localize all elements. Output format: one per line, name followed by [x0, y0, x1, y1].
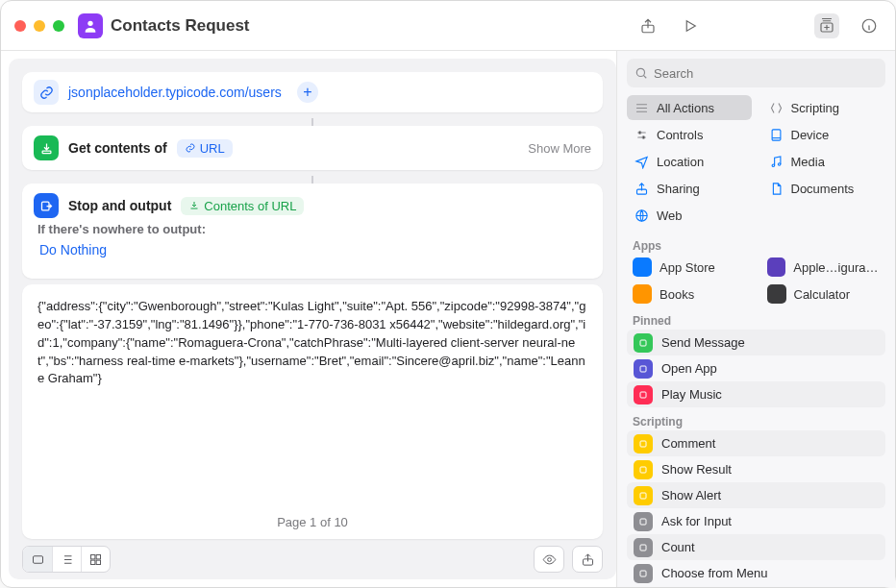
share-output-button[interactable] — [573, 547, 602, 572]
svg-rect-21 — [640, 340, 646, 346]
share-button[interactable] — [635, 13, 660, 38]
svg-rect-16 — [772, 129, 781, 139]
do-nothing-option[interactable]: Do Nothing — [34, 238, 591, 267]
output-panel: {"address":{"city":"Gwenborough","street… — [22, 284, 603, 539]
contents-variable-pill[interactable]: Contents of URL — [181, 197, 304, 215]
shortcut-app-icon — [78, 13, 103, 38]
app-books[interactable]: Books — [627, 282, 752, 306]
action-icon — [634, 512, 653, 531]
actions-library-sidebar: All ActionsScriptingControlsDeviceLocati… — [616, 51, 895, 587]
scripting-item-show-alert[interactable]: Show Alert — [627, 482, 885, 508]
category-all-actions[interactable]: All Actions — [627, 95, 752, 120]
pinned-item-send-message[interactable]: Send Message — [627, 330, 885, 355]
category-icon — [635, 182, 649, 196]
window-controls — [14, 20, 64, 32]
stop-output-title: Stop and output — [68, 198, 171, 213]
category-icon — [769, 182, 784, 196]
svg-point-17 — [772, 164, 775, 167]
run-button[interactable] — [678, 13, 703, 38]
app-app-store[interactable]: App Store — [627, 255, 752, 280]
minimize-window-button[interactable] — [34, 20, 45, 32]
action-icon — [634, 333, 653, 353]
svg-rect-8 — [96, 554, 100, 558]
svg-rect-29 — [640, 571, 646, 576]
svg-point-13 — [636, 68, 644, 76]
app-icon — [633, 284, 652, 304]
library-toggle-button[interactable] — [814, 13, 839, 38]
workflow-editor: jsonplaceholder.typicode.com/users + Get… — [9, 59, 616, 579]
download-icon — [34, 135, 59, 160]
scripting-item-count[interactable]: Count — [627, 534, 885, 560]
action-icon — [634, 538, 653, 557]
category-device[interactable]: Device — [761, 122, 886, 147]
svg-point-15 — [642, 135, 645, 138]
search-input[interactable] — [654, 66, 878, 81]
action-icon — [634, 434, 653, 453]
quicklook-button[interactable] — [535, 547, 563, 572]
search-field[interactable] — [627, 59, 885, 87]
category-location[interactable]: Location — [627, 149, 752, 174]
scripting-item-choose-from-menu[interactable]: Choose from Menu — [627, 560, 885, 586]
url-variable-pill[interactable]: URL — [177, 139, 233, 158]
svg-rect-9 — [91, 560, 95, 564]
apps-section-label: Apps — [617, 232, 895, 255]
nowhere-to-output-label: If there's nowhere to output: — [34, 218, 591, 238]
window-title: Contacts Request — [111, 16, 250, 36]
scripting-item-show-result[interactable]: Show Result — [627, 456, 885, 482]
svg-point-18 — [778, 162, 781, 165]
category-sharing[interactable]: Sharing — [627, 176, 752, 201]
app-apple-igurator[interactable]: Apple…igurator — [761, 255, 886, 280]
action-icon — [634, 460, 653, 479]
scripting-section-label: Scripting — [617, 407, 895, 430]
category-icon — [635, 155, 649, 169]
info-button[interactable] — [857, 13, 882, 38]
output-pager: Page 1 of 10 — [37, 509, 587, 535]
app-icon — [767, 284, 786, 304]
svg-rect-10 — [96, 560, 100, 564]
show-more-button[interactable]: Show More — [528, 141, 591, 156]
app-calculator[interactable]: Calculator — [761, 282, 886, 306]
svg-rect-4 — [42, 151, 51, 154]
category-documents[interactable]: Documents — [761, 176, 886, 201]
action-icon — [634, 564, 653, 583]
close-window-button[interactable] — [14, 20, 26, 32]
pinned-list: Send MessageOpen AppPlay Music — [617, 330, 895, 407]
pinned-item-open-app[interactable]: Open App — [627, 355, 885, 381]
svg-rect-24 — [640, 441, 646, 447]
svg-point-14 — [638, 131, 641, 134]
output-icon — [34, 193, 59, 218]
link-icon — [34, 80, 59, 105]
url-value[interactable]: jsonplaceholder.typicode.com/users — [68, 85, 282, 100]
category-media[interactable]: Media — [761, 149, 886, 174]
view-grid-button[interactable] — [81, 547, 110, 572]
get-contents-action-card[interactable]: Get contents of URL Show More — [22, 126, 603, 170]
app-icon — [633, 257, 652, 277]
svg-rect-22 — [640, 366, 646, 372]
svg-point-11 — [547, 557, 551, 561]
search-icon — [635, 66, 648, 80]
add-url-button[interactable]: + — [297, 82, 318, 103]
pinned-item-play-music[interactable]: Play Music — [627, 381, 885, 407]
svg-rect-28 — [640, 545, 646, 551]
view-list-button[interactable] — [52, 547, 81, 572]
apps-list: App StoreApple…iguratorBooksCalculator — [617, 255, 895, 306]
stop-output-action-card[interactable]: Stop and output Contents of URL If there… — [22, 184, 603, 279]
action-icon — [634, 385, 653, 404]
category-icon — [769, 101, 784, 115]
scripting-item-ask-for-input[interactable]: Ask for Input — [627, 508, 885, 534]
category-controls[interactable]: Controls — [627, 122, 752, 147]
url-action-card[interactable]: jsonplaceholder.typicode.com/users + — [22, 72, 603, 112]
category-web[interactable]: Web — [627, 203, 752, 228]
action-icon — [634, 486, 653, 505]
category-scripting[interactable]: Scripting — [761, 95, 886, 120]
view-single-button[interactable] — [23, 547, 52, 572]
pinned-section-label: Pinned — [617, 306, 895, 330]
svg-rect-26 — [640, 493, 646, 499]
category-icon — [769, 155, 784, 169]
svg-rect-23 — [640, 392, 646, 398]
scripting-item-comment[interactable]: Comment — [627, 430, 885, 456]
output-json-text: {"address":{"city":"Gwenborough","street… — [37, 298, 587, 388]
zoom-window-button[interactable] — [53, 20, 64, 32]
svg-rect-27 — [640, 519, 646, 525]
svg-rect-7 — [91, 554, 95, 558]
